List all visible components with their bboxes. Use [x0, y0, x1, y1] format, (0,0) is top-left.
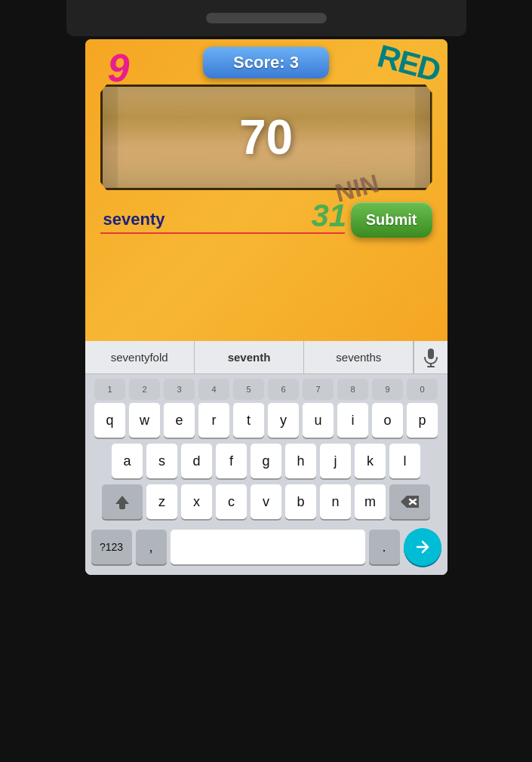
keyboard-area: seventyfold seventh sevenths 1 2 3 4 5	[85, 341, 447, 575]
number-row: 1 2 3 4 5 6 7 8 9 0	[88, 379, 444, 400]
key-row-2: a s d f g h j k l	[88, 444, 444, 478]
key-c[interactable]: c	[216, 484, 247, 519]
key-9[interactable]: 9	[372, 379, 403, 400]
phone-top-bar	[66, 0, 466, 36]
space-key[interactable]	[171, 530, 365, 564]
key-w[interactable]: w	[129, 403, 160, 438]
key-j[interactable]: j	[320, 444, 351, 478]
submit-button[interactable]: Submit	[351, 202, 432, 238]
key-row-1: q w e r t y u i o p	[88, 403, 444, 438]
svg-rect-4	[120, 507, 125, 509]
display-number: 70	[239, 109, 293, 165]
autocorrect-item-2[interactable]: sevenths	[304, 341, 414, 373]
key-5[interactable]: 5	[233, 379, 264, 400]
symbols-key[interactable]: ?123	[91, 530, 132, 564]
shift-icon	[114, 493, 131, 510]
key-2[interactable]: 2	[129, 379, 160, 400]
key-b[interactable]: b	[285, 484, 316, 519]
mic-button[interactable]	[414, 341, 447, 373]
score-display: Score: 3	[203, 47, 329, 78]
key-m[interactable]: m	[355, 484, 386, 519]
key-8[interactable]: 8	[337, 379, 368, 400]
autocorrect-item-0[interactable]: seventyfold	[85, 341, 195, 373]
bottom-game-row: 31 NIN Submit	[93, 196, 440, 245]
key-e[interactable]: e	[164, 403, 195, 438]
key-k[interactable]: k	[355, 444, 386, 478]
game-container: 9 Score: 3 RED 70 31 NIN Submit seventyf…	[85, 39, 447, 575]
key-i[interactable]: i	[337, 403, 368, 438]
shift-key[interactable]	[102, 484, 143, 519]
key-l[interactable]: l	[389, 444, 420, 478]
scroll-banner: 70	[100, 84, 432, 190]
key-r[interactable]: r	[198, 403, 229, 438]
key-v[interactable]: v	[251, 484, 281, 519]
game-area: 9 Score: 3 RED 70 31 NIN Submit	[85, 39, 447, 341]
key-g[interactable]: g	[251, 444, 281, 478]
mic-icon	[423, 348, 438, 367]
key-q[interactable]: q	[94, 403, 125, 438]
autocorrect-row: seventyfold seventh sevenths	[85, 341, 447, 374]
svg-rect-0	[428, 349, 434, 359]
key-n[interactable]: n	[320, 484, 351, 519]
key-z[interactable]: z	[146, 484, 177, 519]
key-0[interactable]: 0	[407, 379, 438, 400]
key-3[interactable]: 3	[164, 379, 195, 400]
key-6[interactable]: 6	[268, 379, 299, 400]
key-o[interactable]: o	[372, 403, 403, 438]
key-u[interactable]: u	[303, 403, 334, 438]
score-bar: Score: 3	[93, 47, 440, 78]
key-d[interactable]: d	[181, 444, 212, 478]
key-x[interactable]: x	[181, 484, 212, 519]
key-h[interactable]: h	[285, 444, 316, 478]
comma-key[interactable]: ,	[136, 530, 167, 564]
key-y[interactable]: y	[268, 403, 299, 438]
key-7[interactable]: 7	[303, 379, 334, 400]
backspace-key[interactable]	[389, 484, 430, 519]
key-f[interactable]: f	[216, 444, 247, 478]
autocorrect-item-1[interactable]: seventh	[195, 341, 304, 373]
enter-icon	[413, 537, 432, 557]
answer-input[interactable]	[100, 207, 345, 234]
key-t[interactable]: t	[233, 403, 264, 438]
period-key[interactable]: .	[369, 530, 400, 564]
svg-marker-3	[115, 496, 129, 509]
key-p[interactable]: p	[407, 403, 438, 438]
enter-key[interactable]	[404, 528, 441, 566]
bottom-row: ?123 , .	[88, 525, 444, 572]
key-row-3: z x c v b n m	[88, 484, 444, 519]
keyboard-rows: 1 2 3 4 5 6 7 8 9 0 q w e r t y u i	[85, 374, 447, 575]
notch	[206, 13, 327, 23]
key-s[interactable]: s	[146, 444, 177, 478]
key-4[interactable]: 4	[198, 379, 229, 400]
key-1[interactable]: 1	[94, 379, 125, 400]
backspace-icon	[399, 494, 420, 509]
key-a[interactable]: a	[112, 444, 143, 478]
